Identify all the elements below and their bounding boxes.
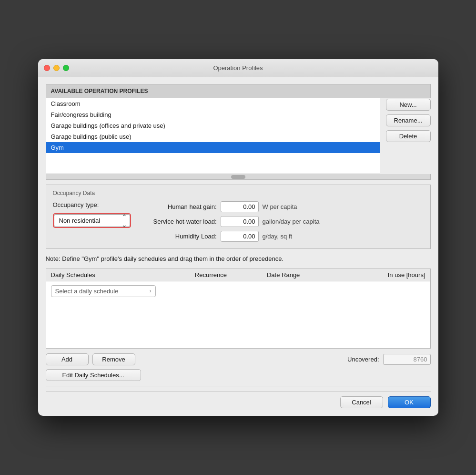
profile-buttons: New... Rename... Delete — [386, 98, 431, 174]
hot-water-label: Service hot-water load: — [141, 218, 217, 225]
main-window: Operation Profiles AVAILABLE OPERATION P… — [38, 59, 438, 415]
remove-button[interactable]: Remove — [92, 353, 135, 365]
scrollbar-thumb — [231, 175, 245, 179]
titlebar: Operation Profiles — [38, 59, 438, 77]
heat-gain-input[interactable] — [221, 201, 259, 212]
schedule-body: Select a daily schedule › — [46, 281, 430, 348]
rename-button[interactable]: Rename... — [386, 114, 431, 126]
profiles-list-container: Classroom Fair/congress building Garage … — [46, 98, 431, 174]
close-button[interactable] — [44, 65, 50, 71]
actions-row: Add Remove Uncovered: — [46, 353, 431, 365]
bottom-actions: Cancel OK — [46, 391, 431, 408]
schedule-select-row: Select a daily schedule › — [48, 283, 428, 299]
uncovered-label: Uncovered: — [347, 356, 379, 363]
profile-item-gym[interactable]: Gym — [46, 142, 380, 153]
occupancy-right: Human heat gain: W per capita Service ho… — [141, 201, 424, 242]
heat-gain-label: Human heat gain: — [141, 203, 217, 210]
profile-item-garage-offices[interactable]: Garage buildings (offices and private us… — [46, 120, 380, 131]
content-area: AVAILABLE OPERATION PROFILES Classroom F… — [38, 77, 438, 415]
occupancy-section: Occupancy Data Occupancy type: Non resid… — [46, 185, 431, 249]
maximize-button[interactable] — [63, 65, 69, 71]
divider — [46, 386, 431, 386]
col-recurrence-header: Recurrence — [195, 271, 267, 279]
occupancy-type-select[interactable]: Non residential Residential — [54, 214, 130, 227]
schedule-dropdown-label: Select a daily schedule — [55, 288, 119, 295]
schedule-section: Daily Schedules Recurrence Date Range In… — [46, 268, 431, 349]
col-inuse-header: In use [hours] — [353, 271, 425, 279]
schedule-dropdown[interactable]: Select a daily schedule › — [51, 285, 156, 297]
humidity-label: Humidity Load: — [141, 233, 217, 240]
hot-water-input[interactable] — [221, 216, 259, 227]
profiles-section-header: AVAILABLE OPERATION PROFILES — [46, 84, 431, 98]
col-date-header: Date Range — [267, 271, 353, 279]
humidity-row: Humidity Load: g/day, sq ft — [141, 231, 424, 242]
ok-button[interactable]: OK — [388, 396, 431, 408]
occupancy-left: Occupancy type: Non residential Resident… — [53, 201, 131, 228]
new-button[interactable]: New... — [386, 99, 431, 111]
minimize-button[interactable] — [53, 65, 60, 71]
add-button[interactable]: Add — [46, 353, 89, 365]
delete-button[interactable]: Delete — [386, 130, 431, 142]
profile-item-classroom[interactable]: Classroom — [46, 98, 380, 109]
schedule-chevron-icon: › — [150, 288, 152, 294]
hot-water-unit: gallon/day per capita — [263, 218, 320, 225]
humidity-unit: g/day, sq ft — [263, 233, 293, 240]
cancel-button[interactable]: Cancel — [340, 396, 383, 408]
profiles-scrollbar[interactable] — [46, 174, 431, 180]
uncovered-row: Uncovered: — [347, 354, 430, 365]
heat-gain-row: Human heat gain: W per capita — [141, 201, 424, 212]
occupancy-type-select-wrapper: Non residential Residential ⌃⌄ — [53, 213, 131, 228]
occupancy-row: Occupancy type: Non residential Resident… — [53, 201, 424, 242]
profile-item-fair[interactable]: Fair/congress building — [46, 109, 380, 120]
uncovered-input[interactable] — [383, 354, 431, 365]
note-text: Note: Define "Gym" profile's daily sched… — [46, 255, 431, 263]
occupancy-type-label: Occupancy type: — [53, 201, 131, 208]
traffic-lights — [44, 65, 69, 71]
occupancy-section-title: Occupancy Data — [53, 190, 424, 196]
heat-gain-unit: W per capita — [263, 203, 297, 210]
profile-item-garage-public[interactable]: Garage buildings (public use) — [46, 131, 380, 142]
col-daily-header: Daily Schedules — [51, 271, 195, 279]
profiles-list[interactable]: Classroom Fair/congress building Garage … — [46, 98, 380, 174]
left-actions: Add Remove — [46, 353, 135, 365]
hot-water-row: Service hot-water load: gallon/day per c… — [141, 216, 424, 227]
humidity-input[interactable] — [221, 231, 259, 242]
window-title: Operation Profiles — [213, 64, 263, 72]
edit-daily-schedules-button[interactable]: Edit Daily Schedules... — [46, 369, 141, 381]
schedule-header: Daily Schedules Recurrence Date Range In… — [46, 269, 430, 281]
